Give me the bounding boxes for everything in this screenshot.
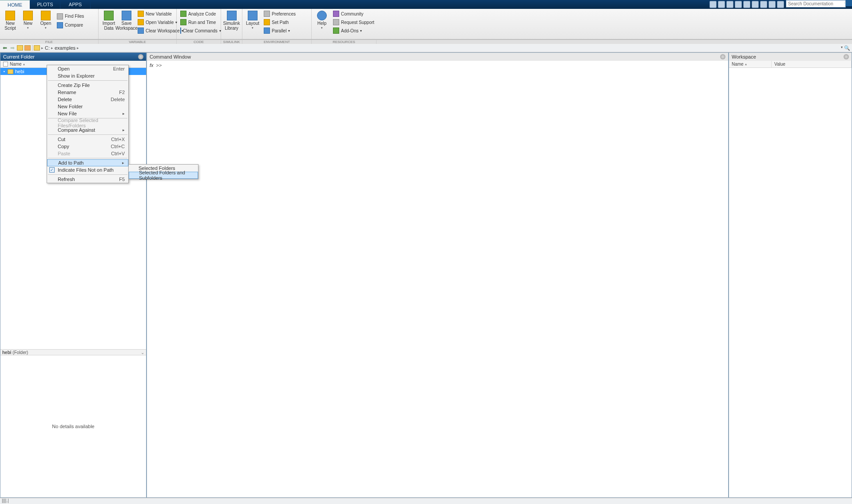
ribbon-group-simulink: SimulinkLibrary <box>221 9 242 39</box>
preferences-icon <box>264 11 270 17</box>
current-folder-title-bar[interactable]: Current Folder <box>0 53 146 61</box>
layout-icon <box>248 11 258 20</box>
ctx-refresh[interactable]: RefreshF5 <box>47 176 128 183</box>
save-workspace-button[interactable]: SaveWorkspace <box>118 10 135 35</box>
panel-menu-icon[interactable] <box>138 54 143 59</box>
minimize-ribbon-icon[interactable] <box>846 0 852 6</box>
tab-apps[interactable]: APPS <box>60 0 91 9</box>
request-support-icon <box>333 19 339 25</box>
ctx-create-zip[interactable]: Create Zip File <box>47 82 128 89</box>
details-header[interactable]: hebi (Folder) ⌄ <box>0 349 146 355</box>
breadcrumb-drive[interactable]: C: <box>45 45 50 51</box>
ribbon-labels: FILE VARIABLE CODE SIMULINK ENVIRONMENT … <box>0 39 852 44</box>
addons-icon <box>333 28 339 34</box>
compare-icon <box>57 22 63 28</box>
preferences-button[interactable]: Preferences <box>262 10 297 18</box>
new-script-icon <box>5 11 15 20</box>
ribbon-label-variable: VARIABLE <box>99 40 177 44</box>
ctx-copy[interactable]: CopyCtrl+C <box>47 143 128 150</box>
help-button[interactable]: Help▾ <box>313 10 330 35</box>
panel-menu-icon[interactable] <box>844 54 849 59</box>
ctx-paste: PasteCtrl+V <box>47 150 128 157</box>
path-search-icon[interactable]: 🔍 <box>844 45 850 51</box>
ctx-show-in-explorer[interactable]: Show in Explorer <box>47 72 128 79</box>
ctx-open[interactable]: OpenEnter <box>47 65 128 72</box>
qa-tool-7-icon[interactable] <box>760 1 767 8</box>
quick-access-toolbar <box>708 0 786 9</box>
qa-help-icon[interactable] <box>777 1 784 8</box>
ctx-new-file[interactable]: New File▸ <box>47 110 128 117</box>
folder-icon <box>8 69 13 74</box>
ctx-cut[interactable]: CutCtrl+X <box>47 136 128 143</box>
tab-plots[interactable]: PLOTS <box>30 0 60 9</box>
no-details-label: No details available <box>52 424 94 429</box>
nav-up-folder-icon[interactable] <box>17 45 23 51</box>
path-dropdown-icon[interactable]: ▾ <box>841 45 843 51</box>
ribbon-label-file: FILE <box>0 40 99 44</box>
new-variable-icon <box>138 11 144 17</box>
clear-commands-icon <box>180 28 181 34</box>
breadcrumb-examples[interactable]: examples <box>55 45 75 51</box>
command-window-title-bar[interactable]: Command Window <box>147 53 728 61</box>
ctx-rename[interactable]: RenameF2 <box>47 89 128 96</box>
search-documentation[interactable]: 🔍 <box>786 0 846 8</box>
workspace-title-bar[interactable]: Workspace <box>729 53 852 61</box>
tab-home[interactable]: HOME <box>0 0 30 9</box>
simulink-icon <box>227 11 237 20</box>
find-files-icon <box>57 13 63 20</box>
simulink-library-button[interactable]: SimulinkLibrary <box>223 10 240 32</box>
layout-button[interactable]: Layout▾ <box>244 10 261 35</box>
qa-tool-8-icon[interactable] <box>769 1 776 8</box>
community-button[interactable]: Community <box>331 10 376 18</box>
nav-forward-button[interactable]: ➡ <box>9 45 16 51</box>
new-button[interactable]: New▾ <box>20 10 36 32</box>
qa-tool-3-icon[interactable] <box>726 1 733 8</box>
fx-icon[interactable]: fx <box>150 63 154 68</box>
qa-tool-1-icon[interactable] <box>709 1 717 8</box>
command-window-body[interactable]: fx>> <box>147 61 728 497</box>
ribbon-group-resources: Help▾ Community Request Support Add-Ons … <box>312 9 376 39</box>
import-data-button[interactable]: ImportData <box>100 10 117 35</box>
compare-button[interactable]: Compare <box>55 21 86 29</box>
addons-button[interactable]: Add-Ons ▾ <box>331 27 376 35</box>
status-bar: ||||.| <box>0 498 852 504</box>
ctx-new-folder[interactable]: New Folder <box>47 103 128 110</box>
qa-tool-6-icon[interactable] <box>752 1 759 8</box>
ribbon-label-environment: ENVIRONMENT <box>242 40 312 44</box>
qa-tool-4-icon[interactable] <box>735 1 742 8</box>
clear-workspace-icon <box>138 28 144 34</box>
panel-menu-icon[interactable] <box>720 54 725 59</box>
ctx-compare-against[interactable]: Compare Against▸ <box>47 126 128 134</box>
qa-tool-2-icon[interactable] <box>718 1 725 8</box>
search-documentation-input[interactable] <box>788 1 844 6</box>
open-button[interactable]: Open▾ <box>37 10 54 32</box>
run-and-time-button[interactable]: Run and Time <box>178 18 219 26</box>
document-icon <box>3 62 8 67</box>
nav-back-button[interactable]: ⬅ <box>2 45 8 51</box>
ctx-add-to-path[interactable]: Add to Path▸ <box>47 159 128 166</box>
new-script-button[interactable]: NewScript <box>2 10 19 32</box>
workspace-col-name[interactable]: Name▴ <box>729 61 772 67</box>
sub-selected-folders-and-subfolders[interactable]: Selected Folders and Subfolders <box>129 172 198 179</box>
check-icon: ✓ <box>49 167 55 173</box>
workspace-col-value[interactable]: Value <box>772 61 852 67</box>
parallel-button[interactable]: Parallel ▾ <box>262 27 297 35</box>
qa-tool-5-icon[interactable] <box>743 1 750 8</box>
ctx-delete[interactable]: DeleteDelete <box>47 96 128 103</box>
run-and-time-icon <box>180 19 186 25</box>
ribbon-group-environment: Layout▾ Preferences Set Path Parallel ▾ <box>242 9 312 39</box>
workspace-columns: Name▴ Value <box>729 61 852 68</box>
analyze-code-button[interactable]: Analyze Code <box>178 10 219 18</box>
import-data-icon <box>104 11 114 20</box>
ribbon: NewScript New▾ Open▾ Find Files Compare … <box>0 9 852 39</box>
status-text: ||||.| <box>2 498 9 503</box>
sort-asc-icon: ▴ <box>23 62 25 66</box>
expand-icon[interactable]: ▪ <box>2 69 6 74</box>
ctx-indicate-files[interactable]: ✓Indicate Files Not on Path <box>47 166 128 173</box>
clear-commands-button[interactable]: Clear Commands ▾ <box>178 27 219 35</box>
find-files-button[interactable]: Find Files <box>55 12 86 20</box>
set-path-button[interactable]: Set Path <box>262 18 297 26</box>
nav-browse-icon[interactable] <box>24 45 31 51</box>
request-support-button[interactable]: Request Support <box>331 18 376 26</box>
context-submenu-add-to-path: Selected Folders Selected Folders and Su… <box>128 164 198 179</box>
